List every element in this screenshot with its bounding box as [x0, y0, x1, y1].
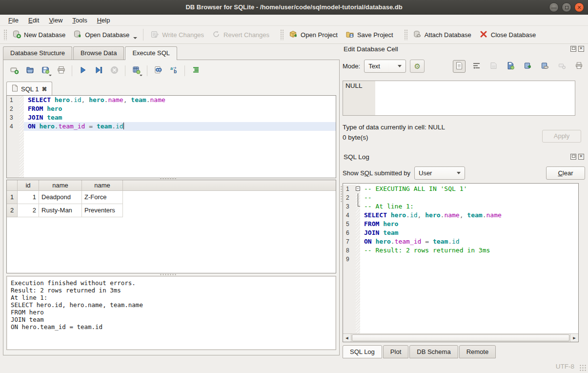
code-line[interactable]: 8-- Result: 2 rows returned in 3ms — [343, 246, 578, 255]
row-header[interactable]: 2 — [7, 204, 18, 217]
save-cell-button[interactable] — [504, 60, 517, 73]
table-row[interactable]: 22Rusty-ManPreventers — [7, 204, 336, 217]
results-corner-header[interactable] — [7, 180, 18, 190]
open-project-icon — [289, 30, 298, 40]
find-button[interactable] — [151, 64, 165, 77]
code-line[interactable]: 9 — [343, 255, 578, 264]
sql-editor[interactable]: 1SELECT hero.id, hero.name, team.name2FR… — [6, 95, 336, 178]
execute-line-button[interactable] — [92, 64, 105, 77]
code-line[interactable]: 3-- At line 1: — [343, 202, 578, 211]
open-sql-tab-button[interactable] — [7, 64, 21, 77]
import-icon — [489, 62, 498, 71]
export-cell-button[interactable] — [521, 60, 534, 73]
fold-collapse-icon[interactable]: − — [356, 186, 360, 191]
save-project-button[interactable]: Save Project — [342, 27, 397, 42]
close-database-button[interactable]: Close Database — [475, 27, 540, 42]
code-line[interactable]: 7ON hero.team_id = team.id — [343, 237, 578, 246]
auto-switch-mode-button[interactable]: ⚙ — [410, 60, 425, 73]
scroll-right-icon[interactable]: ▶ — [570, 334, 578, 342]
new-database-button[interactable]: New Database — [8, 27, 69, 42]
execution-message-box[interactable]: Execution finished without errors.Result… — [6, 276, 336, 350]
svg-text:b: b — [174, 69, 177, 74]
table-cell[interactable]: Z-Force — [82, 191, 123, 204]
sql-tab-close-icon[interactable]: ✖ — [41, 85, 47, 93]
mode-select[interactable]: Text — [364, 60, 406, 73]
menu-tools[interactable]: Tools — [68, 15, 91, 25]
copy-link-button[interactable] — [538, 60, 551, 73]
menu-file[interactable]: File — [4, 15, 23, 25]
code-line[interactable]: 3JOIN team — [7, 113, 336, 122]
code-line[interactable]: 1−-- EXECUTING ALL IN 'SQL 1' — [343, 185, 578, 193]
save-sql-file-button[interactable] — [39, 64, 52, 77]
results-col-header-id[interactable]: id — [18, 180, 39, 190]
results-col-header-name[interactable]: name — [82, 180, 123, 190]
code-line[interactable]: 4SELECT hero.id, hero.name, team.name — [343, 211, 578, 220]
toolbar-grip[interactable] — [3, 29, 7, 40]
horizontal-scrollbar[interactable]: ◀ ▶ — [343, 333, 578, 342]
clear-log-button[interactable]: Clear — [546, 166, 585, 180]
resize-grip[interactable] — [579, 364, 586, 371]
maximize-button[interactable] — [562, 2, 571, 12]
code-line[interactable]: 2-- — [343, 193, 578, 202]
tab-sql-log[interactable]: SQL Log — [343, 345, 382, 358]
menu-edit[interactable]: Edit — [24, 15, 43, 25]
table-cell[interactable]: Preventers — [82, 204, 123, 217]
find-replace-button[interactable]: ab — [167, 64, 181, 77]
scrollbar-thumb[interactable] — [352, 334, 569, 341]
sql-doc-tab[interactable]: SQL 1 ✖ — [6, 82, 52, 96]
minimize-button[interactable]: — — [549, 2, 559, 12]
cell-value-editor[interactable]: NULL — [343, 81, 575, 116]
close-button[interactable]: ✕ — [574, 2, 584, 12]
menu-view[interactable]: View — [44, 15, 67, 25]
table-cell[interactable]: Deadpond — [39, 191, 82, 204]
print-button[interactable] — [54, 64, 68, 77]
code-line[interactable]: 5FROM hero — [343, 220, 578, 228]
tab-plot[interactable]: Plot — [383, 345, 408, 358]
table-cell[interactable]: 1 — [18, 191, 39, 204]
tab-remote[interactable]: Remote — [459, 345, 496, 358]
save-results-button[interactable] — [129, 64, 143, 77]
sql-log-view[interactable]: 1−-- EXECUTING ALL IN 'SQL 1'2--3-- At l… — [343, 183, 579, 342]
execute-all-button[interactable] — [76, 64, 90, 77]
table-row[interactable]: 11DeadpondZ-Force — [7, 191, 336, 204]
splitter-results-log[interactable] — [160, 273, 177, 276]
row-header[interactable]: 1 — [7, 191, 18, 204]
open-project-button[interactable]: Open Project — [285, 27, 342, 42]
attach-database-button[interactable]: Attach Database — [409, 27, 475, 42]
cell-toolbar — [453, 60, 585, 73]
stop-button — [107, 64, 121, 77]
results-col-header-name[interactable]: name — [39, 180, 82, 190]
word-wrap-button[interactable] — [470, 60, 483, 73]
code-line[interactable]: 6JOIN team — [343, 228, 578, 237]
toolbar-grip[interactable] — [280, 29, 284, 40]
close-panel-icon[interactable] — [578, 46, 584, 52]
toolbar-grip[interactable] — [404, 29, 407, 40]
code-line[interactable]: 1SELECT hero.id, hero.name, team.name — [7, 96, 336, 104]
table-cell[interactable]: 2 — [18, 204, 39, 217]
sql-log-filter-select[interactable]: User — [414, 166, 465, 180]
print-cell-button[interactable] — [572, 60, 585, 73]
splitter-editor-results[interactable] — [160, 177, 177, 180]
table-cell[interactable]: Rusty-Man — [39, 204, 82, 217]
text-document-button[interactable] — [453, 60, 466, 73]
scroll-left-icon[interactable]: ◀ — [343, 334, 351, 342]
execute-sql-pane: Database Structure Browse Data Execute S… — [3, 46, 340, 355]
float-panel-icon[interactable] — [570, 154, 576, 160]
save-dropdown-caret[interactable] — [49, 75, 52, 76]
tab-db-schema[interactable]: DB Schema — [409, 345, 458, 358]
code-line[interactable]: 2FROM hero — [7, 104, 336, 113]
sql-file-icon — [12, 84, 18, 93]
tab-database-structure[interactable]: Database Structure — [3, 46, 72, 60]
code-line[interactable]: 4ON hero.team_id = team.id — [7, 122, 336, 131]
tab-browse-data[interactable]: Browse Data — [73, 46, 124, 60]
tab-execute-sql[interactable]: Execute SQL — [125, 46, 177, 60]
edit-cell-title: Edit Database Cell — [344, 45, 570, 53]
save-results-dropdown-caret[interactable] — [140, 75, 142, 76]
open-sql-file-button[interactable] — [23, 64, 37, 77]
format-sql-button[interactable] — [189, 64, 203, 77]
close-panel-icon[interactable] — [578, 154, 584, 160]
open-database-button[interactable]: Open Database — [69, 27, 133, 42]
open-database-dropdown-caret[interactable] — [133, 37, 137, 39]
menu-help[interactable]: Help — [93, 15, 115, 25]
float-panel-icon[interactable] — [570, 46, 576, 52]
